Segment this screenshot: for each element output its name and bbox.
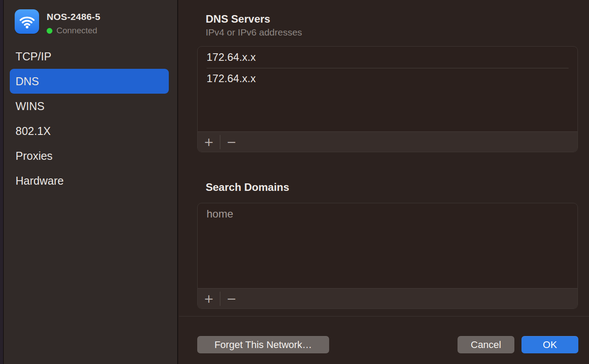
- sidebar-item-proxies[interactable]: Proxies: [10, 143, 169, 168]
- sidebar-item-tcpip[interactable]: TCP/IP: [10, 44, 169, 69]
- sidebar-item-wins[interactable]: WINS: [10, 94, 169, 119]
- dns-servers-list: 172.64.x.x 172.64.x.x + −: [197, 46, 578, 152]
- dns-server-entry[interactable]: 172.64.x.x: [198, 47, 577, 68]
- settings-nav: TCP/IP DNS WINS 802.1X Proxies Hardware: [4, 44, 177, 193]
- sidebar-item-label: DNS: [16, 75, 39, 88]
- sidebar-item-8021x[interactable]: 802.1X: [10, 119, 169, 143]
- sidebar-item-label: WINS: [16, 100, 44, 113]
- wifi-glyph: [19, 13, 36, 30]
- sidebar-item-hardware[interactable]: Hardware: [10, 168, 169, 193]
- connection-status: Connected: [47, 26, 97, 36]
- dns-servers-subtitle: IPv4 or IPv6 addresses: [206, 27, 302, 38]
- search-domains-title: Search Domains: [206, 181, 289, 194]
- sidebar-item-label: TCP/IP: [16, 50, 52, 63]
- remove-search-domain-button[interactable]: −: [220, 289, 243, 309]
- cancel-button[interactable]: Cancel: [458, 336, 514, 353]
- dns-server-entry[interactable]: 172.64.x.x: [198, 68, 577, 89]
- connected-status-dot: [47, 28, 52, 34]
- add-dns-server-button[interactable]: +: [198, 132, 220, 152]
- search-domain-entry[interactable]: home: [198, 203, 577, 225]
- add-search-domain-button[interactable]: +: [198, 289, 220, 309]
- ok-button[interactable]: OK: [521, 336, 578, 353]
- network-name: NOS-2486-5: [47, 12, 100, 22]
- sidebar-item-label: Hardware: [16, 174, 64, 187]
- dns-servers-title: DNS Servers: [206, 13, 270, 25]
- window-edge: [0, 0, 4, 364]
- search-domains-list: home + −: [197, 203, 578, 309]
- wifi-icon: [15, 9, 39, 34]
- sidebar-item-label: Proxies: [16, 150, 52, 162]
- footer-separator: [179, 316, 589, 317]
- row-divider: [207, 68, 569, 68]
- dns-servers-toolbar: + −: [198, 131, 577, 152]
- connected-status-label: Connected: [56, 26, 97, 36]
- sidebar-item-label: 802.1X: [16, 125, 51, 138]
- sidebar-item-dns[interactable]: DNS: [10, 69, 169, 94]
- remove-dns-server-button[interactable]: −: [220, 132, 243, 152]
- search-domains-toolbar: + −: [198, 288, 577, 309]
- sidebar: NOS-2486-5 Connected TCP/IP DNS WINS 802…: [4, 0, 178, 364]
- forget-network-button[interactable]: Forget This Network…: [197, 336, 329, 353]
